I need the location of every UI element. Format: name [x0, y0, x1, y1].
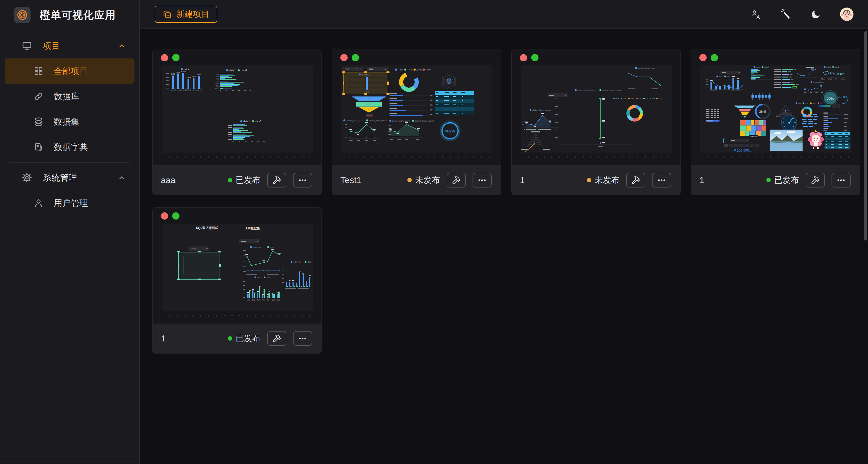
svg-text:Sat: Sat — [216, 76, 219, 78]
project-card[interactable]: price 3495 3805 4243 2588 2904 3386 一年级 — [152, 49, 322, 195]
svg-text:A: A — [756, 14, 760, 20]
project-card[interactable]: student_attend_count student_attend_coun… — [512, 49, 681, 195]
svg-text:student_attend_count: student_attend_count — [392, 120, 409, 122]
svg-text:Sun: Sun — [659, 98, 662, 100]
sidebar-item-dictionary[interactable]: 数据字典 — [5, 134, 134, 160]
svg-text:Wed: Wed — [256, 299, 260, 301]
status-dot — [587, 178, 591, 182]
svg-text:三年级: 三年级 — [181, 90, 186, 91]
sidebar-item-users[interactable]: 用户管理 — [5, 190, 134, 216]
svg-text:Fri: Fri — [267, 299, 270, 301]
green-dot — [352, 54, 359, 61]
status-badge: 未发布 — [407, 175, 440, 186]
svg-text:Mon: Mon — [821, 78, 825, 80]
database-icon — [34, 117, 43, 127]
dashboard-preview-4: data1 data2 价格 课时 — [700, 65, 851, 153]
dashboard-preview-test1: 一年级 献花数量 一年级 一年级 二年级 三年级 — [341, 65, 492, 153]
build-button[interactable] — [267, 173, 286, 187]
chevron-up-icon — [118, 174, 126, 182]
ellipsis-icon — [298, 334, 307, 343]
user-icon — [34, 198, 43, 208]
more-button[interactable] — [293, 173, 312, 187]
sidebar: 橙单可视化应用 项目 全部项目 数据库 数据集 数据字典 系统管理 — [0, 0, 140, 464]
svg-text:一年级: 一年级 — [366, 98, 371, 100]
ellipsis-icon — [477, 176, 487, 185]
svg-text:三年级: 三年级 — [366, 109, 371, 110]
more-button[interactable] — [472, 173, 492, 187]
card-footer: aaa 已发布 — [153, 165, 321, 195]
svg-text:Mon: Mon — [798, 102, 802, 104]
brand: 橙单可视化应用 — [0, 0, 139, 23]
svg-text:Sat: Sat — [272, 299, 275, 301]
svg-text:data1: data1 — [756, 66, 761, 68]
magic-wand-icon[interactable] — [780, 8, 792, 20]
sidebar-item-label: 全部项目 — [54, 65, 88, 77]
svg-text:二年级: 二年级 — [176, 90, 181, 91]
svg-text:献花数量: 献花数量 — [362, 74, 369, 76]
sidebar-group-system[interactable]: 系统管理 — [0, 165, 139, 190]
svg-text:data1: data1 — [243, 120, 250, 123]
sidebar-horizontal-scrollbar[interactable] — [0, 461, 139, 461]
moon-icon[interactable] — [810, 8, 822, 20]
svg-text:treemap: treemap — [750, 135, 757, 137]
project-card[interactable]: data1 data2 价格 课时 — [691, 49, 860, 195]
sidebar-group-label: 系统管理 — [43, 172, 77, 184]
svg-text:defect: defect — [776, 115, 781, 117]
status-badge: 未发布 — [587, 175, 619, 186]
svg-text:data1: data1 — [229, 69, 236, 72]
sidebar-item-database[interactable]: 数据库 — [5, 84, 134, 109]
svg-text:student_attend_count: student_attend_count — [638, 67, 655, 69]
project-thumbnail: price 3495 3805 4243 2588 2904 3386 一年级 — [162, 65, 313, 153]
build-button[interactable] — [806, 173, 825, 187]
card-footer: 1 未发布 — [512, 165, 681, 195]
svg-text:SQL数据源测试: SQL数据源测试 — [196, 226, 218, 230]
sidebar-item-all-projects[interactable]: 全部项目 — [5, 58, 134, 84]
svg-text:Thu: Thu — [216, 81, 219, 82]
svg-text:data2: data2 — [241, 69, 247, 72]
green-dot — [172, 54, 180, 61]
build-button[interactable] — [267, 331, 286, 346]
project-name: 1 — [700, 175, 766, 185]
red-dot — [700, 54, 707, 61]
project-card[interactable]: SQL数据源测试 API数据集 一年级 class_hour price — [152, 208, 322, 353]
svg-text:Tue: Tue — [252, 299, 255, 301]
language-icon[interactable]: 文A — [750, 8, 762, 20]
document-icon — [34, 142, 43, 152]
build-button[interactable] — [626, 173, 645, 187]
green-dot — [711, 54, 718, 61]
new-project-button[interactable]: 新建项目 — [155, 6, 217, 23]
project-thumbnail: SQL数据源测试 API数据集 一年级 class_hour price — [162, 224, 313, 311]
thumb-pager-dots — [169, 315, 310, 316]
svg-text:student_flower_amount: student_flower_amount — [602, 89, 621, 91]
svg-text:2904: 2904 — [192, 75, 196, 78]
svg-text:四年级: 四年级 — [426, 69, 431, 71]
svg-text:student_attend_count: student_attend_count — [578, 89, 595, 91]
monitor-icon — [22, 41, 32, 51]
copy-plus-icon — [162, 9, 172, 19]
traffic-lights — [161, 54, 180, 61]
sidebar-group-projects[interactable]: 项目 — [0, 33, 139, 58]
traffic-lights — [520, 54, 538, 61]
avatar[interactable] — [840, 7, 854, 21]
content-vertical-scrollbar-thumb[interactable] — [864, 31, 867, 241]
red-dot — [161, 54, 168, 61]
more-button[interactable] — [652, 173, 671, 187]
dashboard-preview-aaa: price 3495 3805 4243 2588 2904 3386 一年级 — [162, 65, 313, 153]
svg-text:五年级: 五年级 — [191, 90, 196, 91]
traffic-lights — [700, 54, 718, 61]
project-card[interactable]: 一年级 献花数量 一年级 一年级 二年级 三年级 — [332, 49, 501, 195]
more-button[interactable] — [293, 331, 312, 346]
svg-text:25.00%: 25.00% — [838, 95, 847, 98]
build-button[interactable] — [447, 173, 466, 187]
sidebar-item-label: 用户管理 — [54, 197, 88, 209]
thumb-pager-dots — [349, 156, 490, 157]
svg-text:Mon: Mon — [215, 87, 218, 89]
sidebar-item-dataset[interactable]: 数据集 — [5, 109, 134, 134]
more-button[interactable] — [832, 173, 851, 187]
project-name: aaa — [161, 175, 228, 185]
topbar: 新建项目 文A — [140, 0, 868, 29]
svg-text:data2: data2 — [266, 277, 271, 278]
svg-text:Wed: Wed — [828, 78, 832, 80]
svg-text:3386: 3386 — [197, 73, 201, 76]
svg-text:Sun: Sun — [841, 78, 845, 80]
